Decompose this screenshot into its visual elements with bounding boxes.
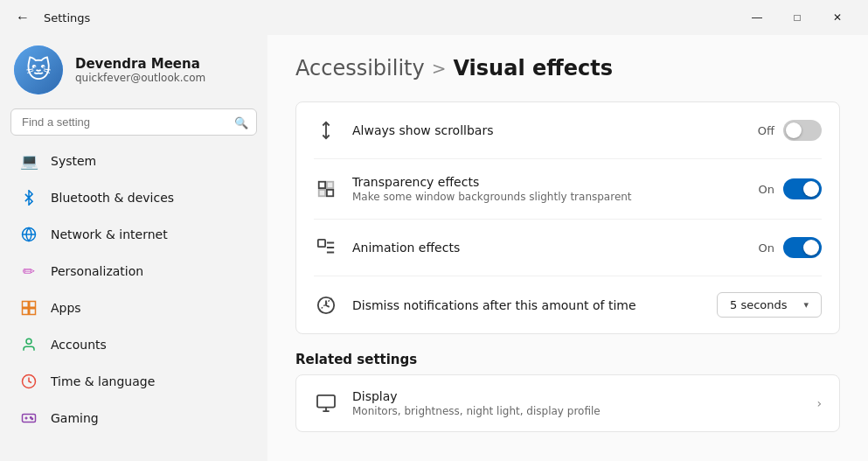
sidebar-item-time[interactable]: Time & language [5,363,262,400]
apps-icon [19,298,38,318]
dismiss-dropdown-value: 5 seconds [730,298,788,311]
display-icon [314,391,338,416]
sidebar: 🐱 Devendra Meena quickfever@outlook.com … [0,35,267,461]
main-content: Accessibility > Visual effects Always sh… [267,35,868,461]
transparency-control: On [759,178,822,199]
svg-rect-15 [327,182,333,188]
dismiss-control: 5 seconds ▾ [717,292,822,318]
svg-rect-5 [30,309,36,315]
personalization-icon: ✏️ [19,262,38,281]
breadcrumb-parent[interactable]: Accessibility [295,56,425,80]
search-input[interactable] [10,108,257,136]
transparency-setting-row: Transparency effects Make some window ba… [314,158,822,219]
animation-icon [314,235,338,260]
transparency-text: Transparency effects Make some window ba… [352,175,745,203]
svg-rect-17 [327,190,333,196]
related-display-row[interactable]: Display Monitors, brightness, night ligh… [296,375,839,431]
scrollbars-setting-row: Always show scrollbars Off [314,102,822,158]
sidebar-item-time-label: Time & language [51,374,155,388]
title-bar: ← Settings — □ ✕ [0,0,868,35]
sidebar-item-apps-label: Apps [51,301,81,315]
user-profile[interactable]: 🐱 Devendra Meena quickfever@outlook.com [0,35,267,108]
scrollbars-text: Always show scrollbars [352,123,744,137]
scrollbars-toggle-thumb [786,122,802,138]
title-bar-title: Settings [44,11,90,24]
animation-toggle-thumb [803,240,819,255]
animation-toggle-text: On [759,241,774,255]
transparency-toggle[interactable] [783,178,822,199]
related-display-chevron-icon: › [816,396,822,410]
transparency-desc: Make some window backgrounds slightly tr… [352,191,745,203]
related-display-desc: Monitors, brightness, night light, displ… [352,405,802,417]
time-icon [19,372,38,391]
user-name: Devendra Meena [75,56,205,72]
sidebar-item-personalization[interactable]: ✏️ Personalization [5,253,262,290]
sidebar-item-gaming[interactable]: Gaming [5,400,262,437]
sidebar-item-accounts-label: Accounts [51,338,107,352]
scrollbars-toggle-text: Off [758,124,774,137]
transparency-icon [314,177,338,201]
avatar: 🐱 [14,45,63,94]
sidebar-item-bluetooth[interactable]: Bluetooth & devices [5,179,262,216]
app-body: 🐱 Devendra Meena quickfever@outlook.com … [0,35,868,461]
related-display-text: Display Monitors, brightness, night ligh… [352,389,802,417]
animation-text: Animation effects [352,241,745,255]
transparency-label: Transparency effects [352,175,745,189]
svg-point-12 [31,418,33,420]
sidebar-item-network[interactable]: Network & internet [5,216,262,253]
scrollbars-icon [314,118,338,143]
sidebar-item-gaming-label: Gaming [51,411,99,425]
system-icon: 💻 [19,151,38,171]
user-info: Devendra Meena quickfever@outlook.com [75,56,205,84]
animation-control: On [759,237,822,258]
sidebar-item-accounts[interactable]: Accounts [5,326,262,363]
accounts-icon [19,335,38,354]
bluetooth-icon [19,188,38,207]
related-settings-heading: Related settings [295,352,840,367]
svg-rect-3 [30,302,36,308]
svg-rect-8 [23,415,36,423]
avatar-emoji: 🐱 [25,58,51,82]
breadcrumb-separator: > [432,58,447,79]
title-bar-left: ← Settings [10,6,737,29]
maximize-button[interactable]: □ [777,3,817,31]
back-button[interactable]: ← [10,6,35,29]
user-email: quickfever@outlook.com [75,72,205,84]
svg-rect-18 [318,240,325,247]
transparency-toggle-text: On [759,183,774,196]
dismiss-text: Dismiss notifications after this amount … [352,298,703,312]
svg-rect-2 [23,302,29,308]
breadcrumb-current: Visual effects [453,56,613,80]
animation-toggle[interactable] [783,237,822,258]
svg-point-6 [26,339,31,344]
search-bar: 🔍 [10,108,257,136]
sidebar-item-system[interactable]: 💻 System [5,143,262,179]
sidebar-item-system-label: System [51,154,96,168]
minimize-button[interactable]: — [737,3,777,31]
visual-effects-card: Always show scrollbars Off [295,101,840,334]
scrollbars-label: Always show scrollbars [352,123,744,137]
svg-rect-20 [317,395,335,408]
sidebar-item-apps[interactable]: Apps [5,290,262,326]
sidebar-item-bluetooth-label: Bluetooth & devices [51,191,174,205]
scrollbars-toggle[interactable] [783,120,822,141]
animation-label: Animation effects [352,241,745,255]
scrollbars-control: Off [758,120,822,141]
svg-rect-16 [319,190,325,196]
chevron-down-icon: ▾ [803,299,809,311]
dismiss-icon [314,293,338,318]
dismiss-setting-row: Dismiss notifications after this amount … [314,276,822,333]
sidebar-item-network-label: Network & internet [51,227,168,241]
svg-rect-4 [23,309,29,315]
animation-setting-row: Animation effects On [314,219,822,276]
related-display-label: Display [352,389,802,403]
breadcrumb: Accessibility > Visual effects [295,56,840,80]
transparency-toggle-thumb [803,181,819,197]
svg-rect-14 [319,182,325,188]
sidebar-nav: 💻 System Bluetooth & devices [0,143,267,437]
close-button[interactable]: ✕ [817,3,858,31]
sidebar-item-personalization-label: Personalization [51,264,143,278]
title-bar-controls: — □ ✕ [737,3,858,31]
dismiss-dropdown[interactable]: 5 seconds ▾ [717,292,822,318]
dismiss-label: Dismiss notifications after this amount … [352,298,703,312]
